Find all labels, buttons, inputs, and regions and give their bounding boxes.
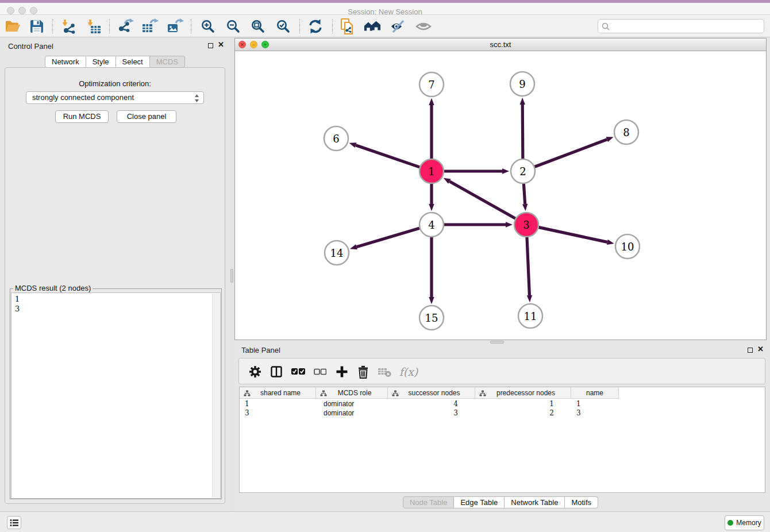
import-table-icon[interactable] [85, 18, 102, 35]
mcds-result-item: 1 [15, 294, 220, 304]
graph-edge-1-6[interactable] [356, 145, 419, 167]
save-session-icon[interactable] [28, 18, 45, 35]
table-cell[interactable]: 3 [388, 408, 464, 418]
table-tabs: Node TableEdge TableNetwork TableMotifs [234, 496, 767, 508]
optimization-label: Optimization criterion: [5, 79, 225, 88]
table-float-icon[interactable] [748, 348, 753, 353]
graph-edge-3-11[interactable] [527, 237, 529, 295]
table-close-icon[interactable]: ✕ [757, 345, 764, 353]
table-tab-node-table[interactable]: Node Table [403, 496, 455, 508]
column-header-shared-name[interactable]: shared name [240, 387, 316, 399]
control-tab-style[interactable]: Style [86, 56, 116, 68]
table-cell[interactable]: 4 [388, 399, 464, 408]
network-graph[interactable]: 7968124314101511 [235, 51, 766, 340]
export-image-icon[interactable] [167, 18, 184, 35]
graph-edge-3-10[interactable] [539, 228, 607, 242]
select-all-icon[interactable] [291, 364, 306, 379]
zoom-out-icon[interactable] [225, 18, 242, 35]
delete-table-icon[interactable] [377, 364, 392, 379]
close-panel-icon[interactable]: ✕ [218, 40, 224, 49]
table-cell[interactable]: 3 [571, 408, 607, 418]
control-tab-mcds[interactable]: MCDS [150, 56, 185, 68]
zoom-selected-icon[interactable] [275, 18, 292, 35]
memory-button[interactable]: Memory [725, 515, 764, 530]
application-window: Session: New Session [0, 0, 770, 532]
run-mcds-button[interactable]: Run MCDS [55, 110, 109, 123]
mcds-result-title: MCDS result (2 nodes) [13, 284, 93, 292]
node-table[interactable]: shared nameMCDS rolesuccessor nodesprede… [239, 387, 765, 493]
table-cell[interactable]: dominator [316, 399, 376, 408]
refresh-icon[interactable] [307, 18, 324, 35]
column-header-MCDS-role[interactable]: MCDS role [316, 387, 388, 399]
delete-column-icon[interactable] [356, 364, 371, 379]
table-cell[interactable]: 1 [475, 399, 560, 408]
table-tab-motifs[interactable]: Motifs [565, 496, 598, 508]
graph-node-label: 2 [519, 165, 526, 178]
clone-network-icon[interactable] [339, 18, 356, 35]
table-tab-edge-table[interactable]: Edge Table [454, 496, 505, 508]
table-cell[interactable]: 1 [240, 399, 305, 408]
graph-edge-2-3[interactable] [523, 184, 525, 204]
import-network-icon[interactable] [60, 18, 77, 35]
unselect-all-icon[interactable] [313, 364, 328, 379]
graph-node-label: 9 [519, 78, 525, 90]
graph-node-label: 3 [523, 219, 529, 231]
graph-node-label: 4 [428, 219, 434, 231]
search-input[interactable] [598, 19, 764, 33]
search-icon [602, 22, 610, 31]
task-list-button[interactable] [7, 516, 21, 529]
mcds-result-box: MCDS result (2 nodes) 13 [10, 284, 222, 499]
table-settings-icon[interactable] [248, 364, 263, 379]
graph-edge-4-14[interactable] [357, 228, 419, 246]
select-stepper-icon [194, 94, 199, 103]
zoom-in-icon[interactable] [199, 18, 217, 35]
mcds-result-list[interactable]: 13 [11, 292, 221, 499]
show-columns-icon[interactable] [269, 364, 284, 379]
table-cell[interactable]: 3 [240, 408, 305, 418]
mcds-tab-content: Optimization criterion: strongly connect… [5, 67, 225, 504]
control-tab-select[interactable]: Select [116, 56, 150, 68]
table-tab-network-table[interactable]: Network Table [505, 496, 565, 508]
optimization-select[interactable]: strongly connected component [26, 91, 204, 104]
graph-node-label: 14 [330, 247, 344, 259]
vertical-divider[interactable] [230, 37, 234, 511]
table-cell[interactable]: 2 [475, 408, 560, 418]
graph-node-label: 7 [428, 79, 434, 91]
table-panel: Table Panel ✕ [234, 344, 767, 510]
column-header-predecessor-nodes[interactable]: predecessor nodes [475, 387, 571, 399]
export-table-icon[interactable] [141, 18, 159, 35]
main-toolbar [0, 15, 770, 37]
app-titlebar: Session: New Session [0, 3, 770, 15]
graph-node-label: 11 [524, 310, 537, 322]
column-header-successor-nodes[interactable]: successor nodes [388, 387, 475, 399]
horizontal-divider[interactable] [234, 340, 767, 344]
control-tab-network[interactable]: Network [45, 56, 86, 68]
table-cell[interactable]: dominator [316, 408, 376, 418]
function-builder-icon[interactable]: f(x) [399, 364, 418, 379]
zoom-fit-icon[interactable] [249, 18, 267, 35]
graph-edge-2-8[interactable] [535, 140, 607, 167]
network-window-titlebar[interactable]: ✕ − + scc.txt [235, 38, 766, 51]
graph-node-label: 15 [425, 312, 438, 324]
table-cell[interactable]: 1 [571, 399, 607, 408]
control-panel-title: Control Panel [8, 42, 53, 51]
scrollbar-track[interactable] [212, 294, 220, 498]
open-session-icon[interactable] [4, 18, 21, 35]
column-header-name[interactable]: name [571, 387, 619, 399]
control-panel-tabs: NetworkStyleSelectMCDS [45, 56, 185, 68]
home-icon[interactable] [364, 18, 381, 35]
close-panel-button[interactable]: Close panel [117, 110, 176, 123]
table-panel-title: Table Panel [241, 346, 280, 354]
table-toolbar: f(x) [238, 358, 765, 384]
float-panel-icon[interactable] [208, 43, 213, 48]
add-column-icon[interactable] [334, 364, 349, 379]
graph-edge-3-1[interactable] [449, 182, 515, 219]
hide-panel-icon[interactable] [389, 18, 406, 35]
graph-node-label: 1 [428, 165, 434, 178]
status-bar: Memory [0, 511, 770, 532]
eye-icon[interactable] [415, 18, 432, 35]
export-network-icon[interactable] [117, 18, 134, 35]
control-panel: Control Panel ✕ NetworkStyleSelectMCDS O… [0, 37, 230, 511]
graph-node-label: 8 [623, 126, 629, 138]
graph-edge-2-9[interactable] [522, 105, 523, 159]
